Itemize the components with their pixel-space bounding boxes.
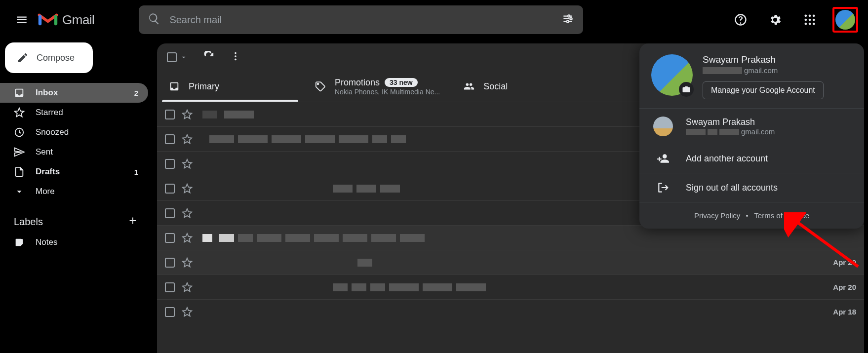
account-avatar-button[interactable]	[832, 7, 858, 33]
change-photo-icon[interactable]	[679, 82, 694, 97]
nav-starred[interactable]: Starred	[0, 103, 148, 122]
row-checkbox[interactable]	[165, 159, 175, 169]
person-add-icon	[653, 152, 673, 165]
popover-avatar[interactable]	[651, 54, 693, 96]
mail-date: Apr 18	[833, 308, 856, 316]
manage-account-button[interactable]: Manage your Google Account	[703, 81, 824, 99]
switch-account-row[interactable]: Swayam Prakash gmail.com	[639, 109, 864, 144]
star-icon[interactable]	[182, 307, 193, 317]
nav-sent[interactable]: Sent	[0, 142, 148, 162]
tab-primary[interactable]: Primary	[157, 71, 303, 102]
star-icon[interactable]	[182, 257, 193, 268]
tos-link[interactable]: Terms of Service	[754, 211, 809, 220]
row-checkbox[interactable]	[165, 258, 175, 268]
star-icon[interactable]	[182, 183, 193, 194]
account-name: Swayam Prakash	[703, 54, 824, 65]
sign-out-row[interactable]: Sign out of all accounts	[639, 173, 864, 202]
row-checkbox[interactable]	[165, 282, 175, 292]
header-actions	[729, 7, 858, 33]
nav-snoozed[interactable]: Snoozed	[0, 122, 148, 142]
star-icon[interactable]	[182, 158, 193, 169]
row-checkbox[interactable]	[165, 233, 175, 243]
nav-count: 2	[134, 89, 138, 97]
mail-row[interactable]: Apr 20	[157, 275, 864, 299]
compose-button[interactable]: Compose	[5, 42, 93, 73]
labels-title: Labels	[14, 216, 43, 228]
mail-date: Apr 20	[833, 258, 856, 267]
account-popover: Swayam Prakash gmail.com Manage your Goo…	[639, 43, 864, 229]
row-checkbox[interactable]	[165, 110, 175, 119]
settings-button[interactable]	[763, 8, 787, 32]
privacy-link[interactable]: Privacy Policy	[694, 211, 740, 220]
account-email: gmail.com	[703, 66, 824, 75]
labels-header: Labels	[0, 215, 148, 229]
row-checkbox[interactable]	[165, 208, 175, 218]
main-menu-button[interactable]	[10, 8, 34, 32]
alt-account-email: gmail.com	[686, 127, 775, 136]
svg-point-5	[805, 15, 807, 17]
nav-label: Sent	[36, 147, 53, 157]
label-notes[interactable]: Notes	[0, 233, 148, 252]
row-checkbox[interactable]	[165, 134, 175, 144]
google-apps-button[interactable]	[798, 8, 822, 32]
select-all-checkbox[interactable]	[167, 52, 188, 62]
search-bar[interactable]	[139, 5, 583, 34]
star-icon[interactable]	[182, 233, 193, 243]
sign-out-label: Sign out of all accounts	[686, 183, 778, 193]
mail-date: Apr 20	[833, 283, 856, 291]
search-options-icon[interactable]	[561, 12, 574, 27]
tab-social[interactable]: Social	[452, 71, 598, 102]
svg-point-13	[813, 23, 815, 25]
alt-account-name: Swayam Prakash	[686, 117, 775, 127]
add-account-label: Add another account	[686, 154, 768, 164]
svg-point-11	[805, 23, 807, 25]
nav-drafts[interactable]: Drafts 1	[0, 162, 148, 182]
alt-avatar	[653, 117, 673, 136]
mail-row[interactable]	[157, 225, 864, 250]
svg-point-15	[235, 52, 237, 54]
more-actions-button[interactable]	[230, 51, 241, 64]
avatar-image	[835, 10, 855, 30]
svg-point-6	[809, 15, 811, 17]
label-name: Notes	[36, 237, 57, 247]
gmail-logo[interactable]: Gmail	[38, 12, 94, 28]
tab-label: Promotions	[335, 78, 380, 88]
tab-label: Primary	[189, 81, 219, 92]
promotions-badge: 33 new	[385, 78, 418, 87]
star-icon[interactable]	[182, 109, 193, 120]
add-label-button[interactable]	[127, 215, 138, 229]
sidebar: Compose Inbox 2 Starred Snoozed Sent Dra…	[0, 39, 148, 252]
svg-point-7	[813, 15, 815, 17]
tab-promotions[interactable]: Promotions 33 new Nokia Phones, IK Multi…	[303, 71, 452, 102]
star-icon[interactable]	[182, 134, 193, 145]
star-icon[interactable]	[182, 282, 193, 293]
sign-out-icon	[653, 181, 673, 194]
support-button[interactable]	[729, 8, 752, 32]
svg-point-16	[235, 55, 237, 57]
popover-header: Swayam Prakash gmail.com Manage your Goo…	[639, 43, 864, 108]
gmail-wordmark: Gmail	[62, 12, 94, 28]
search-icon	[148, 12, 160, 27]
tab-label: Social	[483, 81, 508, 92]
mail-row[interactable]: Apr 18	[157, 299, 864, 324]
add-account-row[interactable]: Add another account	[639, 144, 864, 173]
mail-row[interactable]: Apr 20	[157, 250, 864, 275]
nav-label: Drafts	[36, 167, 60, 177]
search-input[interactable]	[169, 14, 561, 26]
refresh-button[interactable]	[203, 51, 214, 64]
svg-point-8	[805, 19, 807, 21]
row-checkbox[interactable]	[165, 307, 175, 317]
promotions-sub: Nokia Phones, IK Multimedia Ne...	[335, 88, 440, 96]
svg-point-10	[813, 19, 815, 21]
svg-point-12	[809, 23, 811, 25]
compose-label: Compose	[37, 53, 75, 63]
star-icon[interactable]	[182, 208, 193, 219]
nav-more[interactable]: More	[0, 182, 148, 201]
nav-inbox[interactable]: Inbox 2	[0, 83, 148, 103]
row-checkbox[interactable]	[165, 184, 175, 194]
folder-nav: Inbox 2 Starred Snoozed Sent Drafts 1 Mo…	[0, 83, 148, 201]
nav-label: Inbox	[36, 88, 58, 98]
header: Gmail	[0, 0, 868, 39]
popover-footer: Privacy Policy Terms of Service	[639, 202, 864, 229]
nav-label: Starred	[36, 108, 63, 118]
